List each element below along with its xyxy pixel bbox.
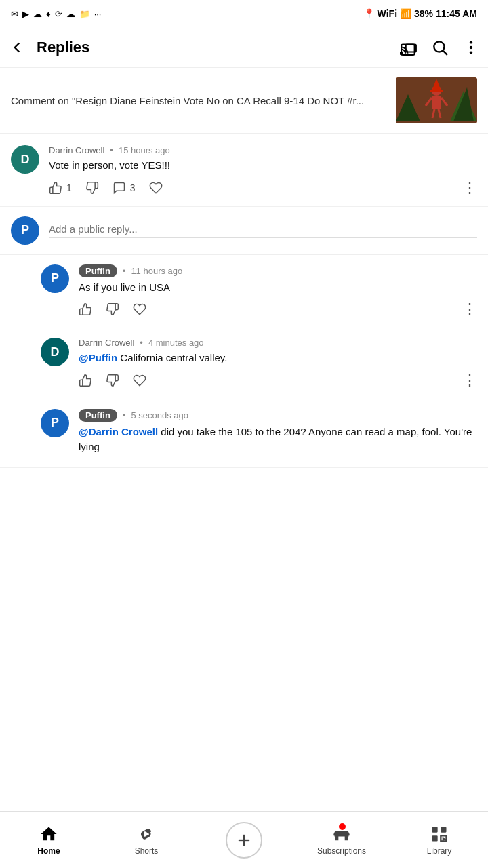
video-title: Comment on "Resign Diane Feinstein Vote … bbox=[11, 94, 386, 108]
reply-puffin1: P Puffin • 11 hours ago As if you live i… bbox=[0, 255, 488, 329]
author-name-darrin2: Darrin Crowell bbox=[79, 338, 134, 348]
author-badge-puffin2: Puffin bbox=[79, 409, 117, 422]
svg-point-7 bbox=[470, 51, 472, 54]
plus-icon bbox=[235, 831, 253, 850]
reply-actions-darrin2: ⋮ bbox=[79, 373, 477, 393]
reply-input-row: P bbox=[0, 207, 488, 255]
avatar-user: P bbox=[11, 216, 39, 245]
reply-count-button-darrin[interactable]: 3 bbox=[113, 181, 136, 195]
comment-actions-darrin: 1 3 ⋮ bbox=[49, 180, 477, 201]
notification-dot bbox=[339, 823, 346, 830]
sync-icon: ⟳ bbox=[55, 9, 62, 19]
message-icon: ✉ bbox=[11, 9, 18, 19]
video-header: Comment on "Resign Diane Feinstein Vote … bbox=[0, 68, 488, 134]
avatar-darrin2: D bbox=[41, 338, 69, 366]
video-thumbnail[interactable] bbox=[396, 77, 477, 123]
top-bar-icons bbox=[400, 39, 480, 56]
youtube-icon: ▶ bbox=[22, 9, 29, 19]
dislike-button-darrin[interactable] bbox=[85, 181, 99, 195]
svg-rect-26 bbox=[432, 835, 438, 841]
reply-body-puffin2: Puffin • 5 seconds ago @Darrin Crowell d… bbox=[79, 409, 477, 462]
dots-icon: ··· bbox=[94, 9, 102, 19]
svg-line-4 bbox=[443, 50, 447, 54]
cast-button[interactable] bbox=[400, 39, 418, 56]
svg-point-6 bbox=[470, 45, 472, 48]
nav-add[interactable] bbox=[217, 822, 271, 859]
svg-rect-24 bbox=[432, 827, 438, 832]
like-button-darrin2[interactable] bbox=[79, 374, 92, 387]
comment-meta-darrin: Darrin Crowell • 15 hours ago bbox=[49, 145, 477, 155]
reply-body-puffin1: Puffin • 11 hours ago As if you live in … bbox=[79, 264, 477, 323]
avatar-puffin2: P bbox=[41, 409, 69, 437]
nav-shorts-label: Shorts bbox=[135, 846, 159, 856]
nav-home[interactable]: Home bbox=[22, 825, 76, 856]
nav-subscriptions-label: Subscriptions bbox=[317, 846, 366, 856]
comment-body-darrin: Darrin Crowell • 15 hours ago Vote in pe… bbox=[49, 145, 477, 201]
svg-rect-25 bbox=[441, 827, 446, 832]
more-button-darrin2[interactable]: ⋮ bbox=[462, 373, 477, 388]
svg-rect-23 bbox=[335, 835, 349, 836]
home-icon bbox=[39, 825, 58, 844]
like-button-puffin1[interactable] bbox=[79, 302, 92, 316]
library-icon bbox=[430, 825, 449, 844]
dislike-button-darrin2[interactable] bbox=[106, 374, 119, 387]
ts-sep-puffin2: • bbox=[123, 410, 126, 420]
location-icon: 📍 bbox=[363, 8, 375, 19]
cloud-icon: ☁ bbox=[66, 9, 75, 19]
reply-count-darrin: 3 bbox=[130, 182, 136, 193]
time-darrin: 15 hours ago bbox=[119, 145, 170, 155]
comment-text-darrin: Vote in person, vote YES!!! bbox=[49, 158, 477, 174]
reply-actions-puffin1: ⋮ bbox=[79, 302, 477, 322]
mention-puffin2: @Darrin Crowell bbox=[79, 426, 158, 437]
like-button-darrin[interactable]: 1 bbox=[49, 181, 72, 195]
timestamp-puffin2: 5 seconds ago bbox=[131, 410, 188, 420]
ts-sep-puffin1: • bbox=[123, 266, 126, 276]
reply-darrin2: D Darrin Crowell • 4 minutes ago @Puffin… bbox=[0, 328, 488, 399]
wifi-icon: WiFi bbox=[378, 8, 397, 19]
svg-point-5 bbox=[470, 41, 472, 43]
timestamp-puffin1: 11 hours ago bbox=[131, 266, 182, 276]
shorts-icon bbox=[137, 825, 156, 844]
reply-meta-darrin2: Darrin Crowell • 4 minutes ago bbox=[79, 338, 477, 348]
subscriptions-icon-wrap bbox=[332, 825, 351, 844]
avatar-darrin: D bbox=[11, 145, 39, 174]
nav-subscriptions[interactable]: Subscriptions bbox=[314, 825, 369, 856]
time-display: 11:45 AM bbox=[436, 8, 477, 19]
timestamp-darrin2: 4 minutes ago bbox=[148, 338, 204, 348]
reply-meta-puffin1: Puffin • 11 hours ago bbox=[79, 264, 477, 277]
heart-button-puffin1[interactable] bbox=[133, 302, 146, 316]
top-bar: Replies bbox=[0, 27, 488, 68]
nav-home-label: Home bbox=[37, 846, 60, 856]
reply-puffin2: P Puffin • 5 seconds ago @Darrin Crowell… bbox=[0, 399, 488, 468]
svg-point-3 bbox=[434, 41, 444, 52]
ts-sep-darrin2: • bbox=[140, 338, 143, 348]
timestamp-darrin: • bbox=[110, 145, 113, 155]
more-button-puffin1[interactable]: ⋮ bbox=[462, 302, 477, 317]
avatar-puffin1: P bbox=[41, 264, 69, 293]
heart-button-darrin2[interactable] bbox=[133, 374, 146, 387]
reply-input[interactable] bbox=[49, 223, 477, 238]
status-bar: ✉ ▶ ☁ ♦ ⟳ ☁ 📁 ··· 📍 WiFi 📶 38% 11:45 AM bbox=[0, 0, 488, 27]
search-button[interactable] bbox=[431, 39, 449, 56]
comment-darrin: D Darrin Crowell • 15 hours ago Vote in … bbox=[0, 134, 488, 207]
nav-shorts[interactable]: Shorts bbox=[119, 825, 174, 856]
more-options-button[interactable] bbox=[462, 39, 480, 56]
files-icon: 📁 bbox=[79, 9, 90, 19]
svg-point-1 bbox=[401, 52, 403, 54]
status-left: ✉ ▶ ☁ ♦ ⟳ ☁ 📁 ··· bbox=[11, 9, 101, 19]
more-button-darrin[interactable]: ⋮ bbox=[462, 180, 477, 195]
reply-main-text-darrin2: California central valley. bbox=[120, 352, 227, 363]
nav-library[interactable]: Library bbox=[412, 825, 466, 856]
author-name-darrin: Darrin Crowell bbox=[49, 145, 104, 155]
dislike-button-puffin1[interactable] bbox=[106, 302, 119, 316]
svg-rect-20 bbox=[430, 90, 443, 92]
heart-button-darrin[interactable] bbox=[149, 181, 163, 195]
author-badge-puffin1: Puffin bbox=[79, 264, 117, 277]
notification-icon: ♦ bbox=[46, 9, 51, 19]
status-right: 📍 WiFi 📶 38% 11:45 AM bbox=[363, 8, 477, 19]
page-title: Replies bbox=[37, 39, 400, 56]
signal-icon: 📶 bbox=[400, 8, 411, 19]
back-button[interactable] bbox=[8, 39, 26, 56]
weather-icon: ☁ bbox=[33, 9, 42, 19]
add-button[interactable] bbox=[226, 822, 262, 859]
